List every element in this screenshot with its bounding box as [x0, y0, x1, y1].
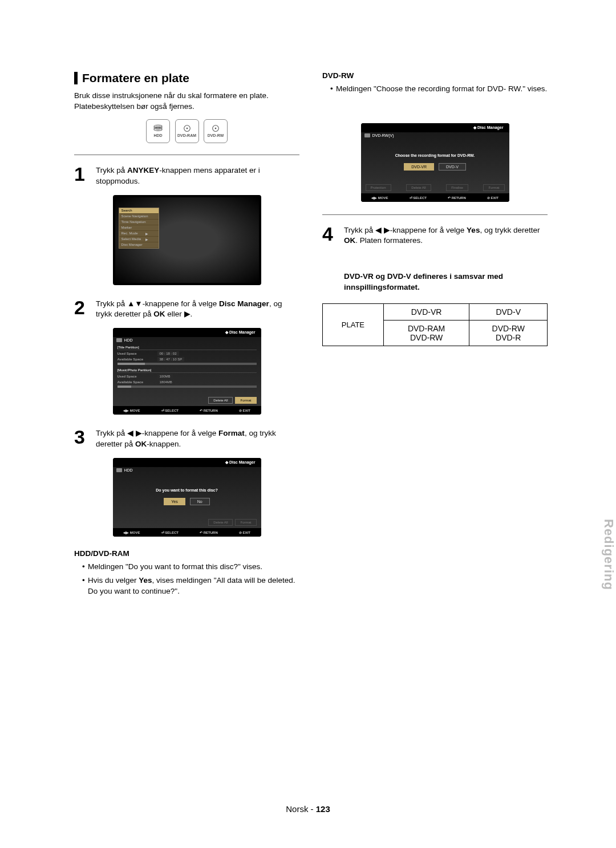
screenshot-anykey-menu: Search Scene Navigation Time Navigation …: [113, 195, 261, 285]
table-cell: DVD-VR: [383, 304, 469, 320]
yes-button: Yes: [164, 498, 185, 505]
section-title: Formatere en plate: [74, 71, 299, 85]
dvd-rw-list: Meldingen "Choose the recording format f…: [322, 83, 548, 95]
page-number: Norsk - 123: [0, 804, 616, 814]
hdd-ram-list: Meldingen "Do you want to format this di…: [74, 561, 299, 597]
dvd-ram-icon: DVD-RAM: [175, 119, 199, 143]
protection-button: Protection: [366, 184, 391, 191]
step-3: 3 Trykk på ◀ ▶-knappene for å velge Form…: [74, 427, 299, 450]
divider: [74, 155, 299, 155]
step-4-number: 4: [322, 224, 338, 244]
divider: [322, 214, 548, 215]
format-prompt: Do you want to format this disc?: [113, 473, 261, 498]
table-cell: DVD-V: [469, 304, 548, 320]
menu-item: Time Navigation: [119, 220, 159, 225]
left-column: Formatere en plate Bruk disse instruksjo…: [74, 71, 299, 599]
list-item: Hvis du velger Yes, vises meldingen "All…: [82, 575, 299, 597]
mp-partition-label: [Music/Photo Partition]: [117, 368, 257, 373]
no-button: No: [190, 498, 210, 505]
dm-title: Disc Manager: [113, 458, 261, 467]
section-title-text: Formatere en plate: [82, 71, 189, 85]
dvd-vr-button: DVD-VR: [404, 163, 434, 171]
menu-item: Select Media▶: [119, 237, 159, 242]
format-button: Format: [235, 519, 256, 526]
media-icons-row: HDD DVD-RAM DVD-RW: [74, 119, 299, 143]
format-button: Format: [483, 184, 504, 191]
step-1-number: 1: [74, 164, 90, 184]
menu-item: Rec. Mode▶: [119, 231, 159, 237]
list-item: Meldingen "Do you want to format this di…: [82, 561, 299, 573]
dm-title: Disc Manager: [361, 123, 509, 132]
format-definition-note: DVD-VR og DVD-V defineres i samsvar med …: [344, 271, 548, 293]
side-tab: Redigering: [601, 519, 616, 590]
step-1: 1 Trykk på ANYKEY-knappen mens apparatet…: [74, 164, 299, 187]
dm-footer: ◀▶ MOVE ⏎ SELECT ↶ RETURN ⊘ EXIT: [361, 193, 509, 202]
menu-item: Scene Navigation: [119, 214, 159, 220]
dvd-rw-icon: DVD-RW: [204, 119, 228, 143]
delete-all-button: Delete All: [406, 184, 431, 191]
menu-item: Disc Manager: [119, 242, 159, 248]
intro-paragraph: Bruk disse instruksjonene når du skal fo…: [74, 91, 299, 112]
svg-point-6: [215, 128, 217, 129]
table-cell: DVD-RWDVD-R: [469, 320, 548, 346]
disc-small-icon: [364, 133, 370, 137]
menu-item: Search: [119, 208, 159, 214]
format-choice-prompt: Choose the recording format for DVD-RW.: [361, 139, 509, 163]
dm-footer: ◀▶ MOVE ⏎ SELECT ↶ RETURN ⊘ EXIT: [113, 528, 261, 537]
dm-title: Disc Manager: [113, 328, 261, 337]
delete-all-button: Delete All: [208, 397, 233, 404]
screenshot-disc-manager-2: Disc Manager HDD Do you want to format t…: [113, 458, 261, 537]
dvd-v-button: DVD-V: [439, 163, 466, 171]
delete-all-button: Delete All: [208, 519, 233, 526]
step-3-number: 3: [74, 427, 90, 447]
menu-item: Marker: [119, 225, 159, 231]
step-3-text: Trykk på ◀ ▶-knappene for å velge Format…: [96, 427, 299, 450]
dm-device-row: HDD: [113, 467, 261, 473]
table-cell: DVD-RAMDVD-RW: [383, 320, 469, 346]
dm-device-row: DVD-RW(V): [361, 132, 509, 139]
section-bar-icon: [74, 72, 78, 84]
context-menu: Search Scene Navigation Time Navigation …: [119, 208, 159, 249]
step-1-text: Trykk på ANYKEY-knappen mens apparatet e…: [96, 164, 299, 187]
screenshot-disc-manager-3: Disc Manager DVD-RW(V) Choose the record…: [361, 123, 509, 202]
format-button: Format: [235, 397, 256, 404]
hdd-small-icon: [116, 468, 122, 472]
step-2-text: Trykk på ▲▼-knappene for å velge Disc Ma…: [96, 298, 299, 320]
step-2-number: 2: [74, 298, 90, 317]
finalise-button: Finalise: [446, 184, 468, 191]
svg-point-4: [186, 128, 188, 129]
hdd-icon: HDD: [146, 119, 170, 143]
step-2: 2 Trykk på ▲▼-knappene for å velge Disc …: [74, 298, 299, 320]
list-item: Meldingen "Choose the recording format f…: [330, 83, 548, 95]
dm-device-row: HDD: [113, 337, 261, 343]
screenshot-disc-manager-1: Disc Manager HDD [Title Partition] Used …: [113, 328, 261, 415]
title-partition-label: [Title Partition]: [117, 346, 257, 350]
table-row-head: PLATE: [323, 304, 384, 346]
plate-table: PLATE DVD-VR DVD-V DVD-RAMDVD-RW DVD-RWD…: [322, 303, 548, 346]
hdd-small-icon: [116, 338, 122, 342]
dm-footer: ◀▶ MOVE ⏎ SELECT ↶ RETURN ⊘ EXIT: [113, 406, 261, 415]
hdd-ram-heading: HDD/DVD-RAM: [74, 549, 299, 558]
step-4-text: Trykk på ◀ ▶-knappene for å velge Yes, o…: [344, 224, 548, 247]
dvd-rw-heading: DVD-RW: [322, 71, 548, 80]
right-column: DVD-RW Meldingen "Choose the recording f…: [322, 71, 548, 599]
step-4: 4 Trykk på ◀ ▶-knappene for å velge Yes,…: [322, 224, 548, 247]
